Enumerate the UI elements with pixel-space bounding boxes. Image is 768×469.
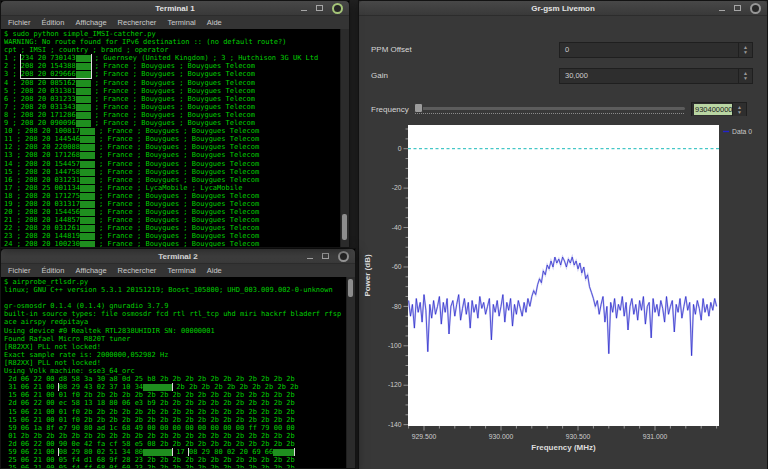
terminal-line (4, 294, 345, 302)
livemon-window: Gr-gsm Livemon PPM Offset 0 ▲▼ Gain 30,0… (358, 0, 768, 469)
window-buttons (307, 249, 349, 263)
menu-item-terminal[interactable]: Terminal (167, 18, 195, 27)
menu-item-aide[interactable]: Aide (207, 18, 222, 27)
maximize-icon[interactable] (322, 253, 329, 259)
terminal-line: 2d 06 22 00 90 0e 42 fa cf 58 e5 08 2b 2… (4, 440, 345, 448)
y-tick-label: -20 (392, 184, 402, 191)
redacted-block (80, 209, 95, 216)
legend-label: Data 0 (732, 128, 752, 135)
frequency-slider[interactable] (414, 101, 685, 117)
terminal2-content: $ airprobe_rtlsdr.pylinux; GNU C++ versi… (1, 277, 355, 468)
highlight-box: 08 29 43 02 37 10 34 (59, 383, 172, 391)
terminal-line: 2d 06 22 00 d8 58 3a 30 a8 0d 25 b8 2b 2… (4, 375, 345, 383)
ppm-offset-spinbox[interactable]: 0 ▲▼ (559, 42, 753, 58)
terminal-line: $ airprobe_rtlsdr.py (4, 278, 345, 286)
spinner-arrows-icon[interactable]: ▲▼ (732, 103, 746, 117)
gain-label: Gain (371, 71, 388, 80)
terminal-line: [R82XX] PLL not locked! (4, 359, 345, 367)
terminal-line: Exact sample rate is: 2000000,052982 Hz (4, 351, 345, 359)
terminal-line: 22 ; 208 20 031261 ; France ; Bouygues ;… (4, 224, 339, 232)
terminal1-menubar: FichierÉditionAffichageRechercherTermina… (1, 16, 349, 30)
terminal-line: 14 ; 208 20 154457 ; France ; Bouygues ;… (4, 160, 339, 168)
terminal-line: 9 ; 208 20 090096 ; France ; Bouygues ; … (4, 119, 339, 127)
window-buttons (719, 1, 761, 15)
redacted-block (273, 449, 294, 456)
slider-groove[interactable] (414, 107, 685, 110)
close-icon[interactable] (332, 3, 343, 14)
menu-item-aide[interactable]: Aide (207, 266, 222, 275)
frequency-value[interactable]: 930400000 (692, 103, 732, 117)
terminal-line: 8 ; 208 20 171286 ; France ; Bouygues ; … (4, 111, 339, 119)
terminal-line: 01 2b 2b 2b 2b 2b 2b 2b 2b 2b 2b 2b 2b 2… (4, 432, 345, 440)
terminal-line: 6 ; 208 20 031233 ; France ; Bouygues ; … (4, 95, 339, 103)
x-tick-label: 931.000 (643, 433, 668, 440)
redacted-block (80, 185, 95, 192)
terminal-line: 31 06 21 00 08 29 43 02 37 10 34 2b 2b 2… (4, 383, 345, 391)
livemon-title: Gr-gsm Livemon (531, 4, 595, 13)
close-icon[interactable] (750, 3, 761, 14)
terminal-line: 1 ; 234 20 730143 ; Guernsey (United Kin… (4, 54, 339, 62)
redacted-block (80, 152, 95, 159)
y-tick-label: -80 (392, 303, 402, 310)
menu-item-fichier[interactable]: Fichier (8, 266, 31, 275)
spectrum-plot[interactable]: 0-20-40-60-80-100-120-140929.500930.0009… (359, 116, 767, 469)
spinner-arrows-icon[interactable]: ▲▼ (738, 69, 752, 83)
y-tick-label: -60 (392, 263, 402, 270)
window-buttons (301, 1, 343, 15)
redacted-block (143, 449, 172, 456)
redacted-block (76, 71, 91, 78)
terminal-line: 11 ; 208 20 144546 ; France ; Bouygues ;… (4, 135, 339, 143)
terminal-line: cpt ; IMSI ; country ; brand ; operator (4, 46, 339, 54)
menu-item-dition[interactable]: Édition (42, 266, 65, 275)
terminal1-window: Terminal 1 FichierÉditionAffichageRecher… (0, 0, 350, 248)
menu-item-affichage[interactable]: Affichage (75, 266, 106, 275)
redacted-block (80, 233, 95, 240)
menu-item-rechercher[interactable]: Rechercher (118, 266, 157, 275)
maximize-icon[interactable] (316, 5, 323, 11)
x-tick-label: 930.500 (566, 433, 591, 440)
highlight-box: 08 29 80 02 20 69 66 (189, 448, 294, 456)
terminal1-scrollbar[interactable] (340, 29, 349, 247)
redacted-block (80, 161, 95, 168)
terminal2-scrollbar[interactable] (346, 277, 355, 468)
y-tick-label: -40 (392, 224, 402, 231)
menu-item-fichier[interactable]: Fichier (8, 18, 31, 27)
redacted-block (76, 96, 91, 103)
gain-value[interactable]: 30,000 (560, 69, 738, 83)
terminal-line: 25 06 21 00 05 f4 ff 68 0f 60 23 2b 2b 2… (4, 464, 345, 468)
slider-handle[interactable] (414, 103, 423, 113)
highlight-box: 08 29 80 02 51 34 80 (59, 448, 172, 456)
y-tick-label: 0 (398, 145, 402, 152)
minimize-icon[interactable] (719, 6, 725, 11)
menu-item-terminal[interactable]: Terminal (167, 266, 195, 275)
y-tick-label: -120 (388, 381, 402, 388)
terminal-line: 59 06 21 00 08 29 80 02 51 34 80 17 08 2… (4, 448, 345, 456)
livemon-controls: PPM Offset 0 ▲▼ Gain 30,000 ▲▼ Frequency… (359, 15, 767, 116)
redacted-block (80, 169, 95, 176)
menu-item-affichage[interactable]: Affichage (75, 18, 106, 27)
x-tick-label: 930.000 (489, 433, 514, 440)
minimize-icon[interactable] (301, 6, 307, 11)
terminal-line: 23 ; 208 20 144819 ; France ; Bouygues ;… (4, 232, 339, 240)
menu-item-rechercher[interactable]: Rechercher (118, 18, 157, 27)
scrollbar-thumb[interactable] (342, 214, 347, 240)
terminal1-titlebar[interactable]: Terminal 1 (1, 1, 349, 16)
maximize-icon[interactable] (734, 5, 741, 11)
ppm-offset-value[interactable]: 0 (560, 43, 738, 57)
terminal2-titlebar[interactable]: Terminal 2 (1, 249, 355, 264)
highlight-box: 208 20 029666 (21, 70, 91, 78)
scrollbar-thumb[interactable] (348, 279, 353, 297)
terminal-line: 59 06 1a 8f e7 90 80 ad 1c 68 49 00 00 0… (4, 424, 345, 432)
livemon-titlebar[interactable]: Gr-gsm Livemon (359, 1, 767, 16)
plot-canvas (408, 125, 719, 426)
terminal-line: 13 ; 208 20 171268 ; France ; Bouygues ;… (4, 151, 339, 159)
terminal-line: 4 ; 208 20 085162 ; France ; Bouygues ; … (4, 79, 339, 87)
gain-spinbox[interactable]: 30,000 ▲▼ (559, 68, 753, 84)
terminal1-content: $ sudo python simple_IMSI-catcher.pyWARN… (1, 29, 349, 247)
spinner-arrows-icon[interactable]: ▲▼ (738, 43, 752, 57)
close-icon[interactable] (338, 251, 349, 262)
minimize-icon[interactable] (307, 254, 313, 259)
redacted-block (143, 384, 172, 391)
menu-item-dition[interactable]: Édition (42, 18, 65, 27)
terminal-line: 15 06 21 00 01 f0 2b 2b 2b 2b 2b 2b 2b 2… (4, 416, 345, 424)
